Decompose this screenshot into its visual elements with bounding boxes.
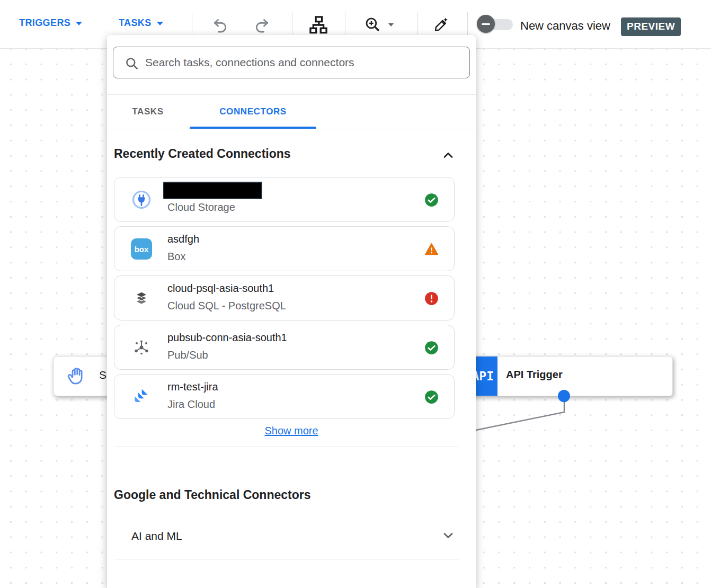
connection-type: Box (167, 251, 185, 263)
pubsub-icon (131, 337, 152, 358)
zoom-in-button[interactable] (363, 15, 381, 33)
tasks-label: TASKS (119, 17, 152, 29)
redacted-connection-name (163, 182, 262, 199)
connection-card-jira[interactable]: rm-test-jira Jira Cloud (114, 374, 455, 419)
collapse-section-chevron-up-icon[interactable] (441, 148, 456, 163)
edge-connector-dot[interactable] (558, 390, 570, 402)
tab-connectors[interactable]: CONNECTORS (190, 95, 316, 129)
connection-name: pubsub-conn-asia-south1 (167, 332, 287, 344)
connection-type: Cloud SQL - PostgreSQL (167, 300, 286, 312)
toolbar-divider (345, 12, 345, 35)
connection-type: Jira Cloud (167, 398, 215, 411)
divider (114, 447, 459, 447)
search-input[interactable] (145, 48, 463, 77)
triggers-menu-button[interactable]: TRIGGERS (19, 17, 82, 29)
success-check-icon (424, 341, 439, 355)
recent-connections-title: Recently Created Connections (114, 147, 291, 161)
category-ai-and-ml[interactable]: AI and ML (107, 525, 476, 559)
show-more-link[interactable]: Show more (264, 425, 318, 436)
tab-tasks[interactable]: TASKS (116, 95, 180, 129)
toolbar-divider (292, 12, 292, 35)
connection-card-cloud-storage[interactable]: Cloud Storage (114, 177, 455, 222)
magic-edit-pencil-button[interactable] (433, 16, 450, 33)
show-more-container: Show more (107, 425, 476, 437)
api-trigger-label: API Trigger (506, 369, 563, 381)
auto-layout-tree-button[interactable] (307, 14, 330, 36)
tasks-menu-button[interactable]: TASKS (119, 17, 163, 29)
jira-icon (131, 386, 152, 407)
hand-stop-icon (66, 366, 87, 387)
google-connectors-title: Google and Technical Connectors (114, 488, 310, 502)
redo-button[interactable] (254, 16, 271, 33)
tab-tasks-label: TASKS (132, 106, 163, 117)
toolbar-divider (417, 12, 418, 35)
new-canvas-view-label: New canvas view (520, 19, 610, 33)
divider (114, 559, 459, 559)
category-label: AI and ML (131, 530, 182, 542)
toolbar-divider (467, 12, 468, 35)
status-badge (424, 242, 439, 256)
connection-name: rm-test-jira (167, 381, 218, 393)
connection-card-box[interactable]: box asdfgh Box (114, 226, 455, 271)
toolbar-divider (192, 12, 192, 35)
flow-edge (466, 395, 588, 442)
toggle-knob (477, 15, 495, 33)
tab-connectors-label: CONNECTORS (219, 106, 287, 117)
status-badge (424, 193, 439, 207)
tasks-connectors-panel: TASKS CONNECTORS Recently Created Connec… (107, 35, 476, 588)
cloud-storage-connection-icon (131, 189, 152, 210)
cloud-sql-icon (131, 288, 152, 309)
connection-type: Cloud Storage (167, 201, 235, 213)
undo-button[interactable] (211, 16, 228, 33)
connection-type: Pub/Sub (167, 349, 208, 361)
new-canvas-view-toggle[interactable] (477, 14, 519, 34)
preview-badge: PREVIEW (621, 17, 681, 36)
search-box[interactable] (113, 47, 470, 78)
status-badge (424, 390, 439, 404)
divider (107, 129, 476, 129)
chevron-down-icon (441, 528, 456, 543)
error-icon (424, 291, 439, 306)
chevron-down-icon (76, 22, 82, 25)
success-check-icon (424, 390, 439, 404)
connection-card-pubsub[interactable]: pubsub-conn-asia-south1 Pub/Sub (114, 325, 455, 370)
chevron-down-icon (157, 22, 163, 25)
success-check-icon (424, 193, 439, 207)
status-badge (424, 291, 439, 306)
search-icon (125, 56, 139, 70)
zoom-dropdown-caret-icon[interactable] (388, 23, 394, 26)
connection-name: cloud-psql-asia-south1 (167, 282, 274, 295)
suspend-node-label: S (99, 369, 106, 381)
status-badge (424, 341, 439, 355)
box-logo-icon: box (131, 238, 152, 260)
warning-icon (424, 242, 439, 256)
minus-icon (482, 23, 490, 25)
connection-name: asdfgh (167, 233, 199, 245)
connection-card-cloud-sql[interactable]: cloud-psql-asia-south1 Cloud SQL - Postg… (114, 275, 455, 320)
triggers-label: TRIGGERS (19, 17, 70, 29)
